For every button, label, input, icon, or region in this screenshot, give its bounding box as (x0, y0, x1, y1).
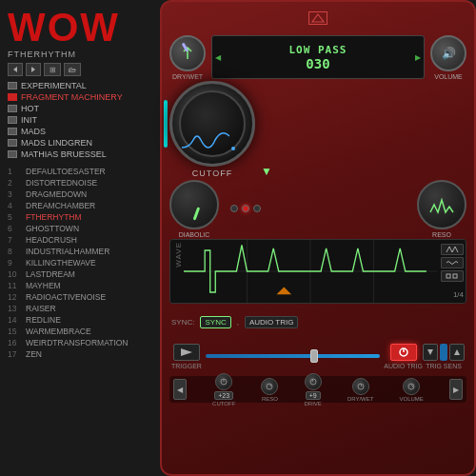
wave-icon-group (441, 244, 464, 282)
category-item-mads-lindgren[interactable]: MADS LINDGREN (8, 137, 160, 149)
trigger-slider-wrap (202, 354, 384, 358)
category-item-init[interactable]: INIT (8, 114, 160, 126)
drywet-knob[interactable] (169, 35, 206, 71)
preset-name: GHOSTTOWN (26, 224, 79, 233)
volume-bottom-label: VOLUME (400, 396, 424, 402)
preset-num: 14 (8, 315, 23, 325)
trig-sens-section: TRIG SENS (423, 344, 465, 369)
wave-icon-btn-1[interactable] (441, 244, 464, 255)
cutoff-bottom-group: +23 CUTOFF (212, 373, 235, 407)
cat-icon (8, 139, 17, 147)
volume-knob[interactable]: 🔊 (430, 35, 466, 71)
lcd-prev-arrow[interactable]: ◀ (215, 53, 221, 62)
svg-marker-0 (13, 67, 17, 72)
preset-item[interactable]: 4DREAMCHAMBER (8, 200, 160, 211)
category-item-mathias[interactable]: MATHIAS BRUESSEL (8, 149, 160, 160)
reso-knob[interactable] (417, 180, 466, 229)
cutoff-value: +23 (214, 391, 233, 400)
lcd-next-arrow[interactable]: ▶ (415, 53, 421, 62)
wave-label: WAVE (174, 242, 183, 268)
preset-num: 12 (8, 292, 23, 302)
preset-item[interactable]: 11MAYHEM (8, 280, 160, 291)
prev-btn[interactable] (8, 63, 23, 76)
cutoff-bottom-knob[interactable] (215, 373, 232, 390)
category-label: HOT (21, 104, 39, 113)
wave-icon-btn-2[interactable] (441, 257, 464, 268)
preset-item[interactable]: 1DEFAULTOESASTER (8, 166, 160, 177)
synth-top (169, 10, 466, 27)
wave-icon-btn-3[interactable] (441, 270, 464, 282)
cat-icon-active (8, 93, 17, 101)
trig-sens-down[interactable] (423, 344, 438, 361)
preset-item[interactable]: 14REDLINE (8, 314, 160, 326)
svg-marker-13 (427, 349, 433, 355)
bottom-prev-btn[interactable]: ◀ (173, 379, 187, 400)
volume-knob-group: 🔊 VOLUME (430, 35, 466, 80)
drywet-bottom-knob[interactable] (352, 378, 369, 395)
preset-item[interactable]: 16WEIRDTRANSFORMATION (8, 337, 160, 348)
preset-item[interactable]: 7HEADCRUSH (8, 234, 160, 246)
preset-item[interactable]: 13RAISER (8, 303, 160, 314)
preset-name: DEFAULTOESASTER (26, 167, 106, 176)
cutoff-knob[interactable] (169, 81, 255, 167)
preset-num: 10 (8, 269, 23, 279)
sync-btn-2[interactable]: AUDIO TRIG (245, 316, 299, 328)
preset-name: INDUSTRIALHAMMER (26, 247, 109, 256)
preset-name: WARMEMBRACE (26, 327, 91, 336)
folder-btn[interactable]: 🗁 (64, 63, 81, 76)
category-item-hot[interactable]: HOT (8, 103, 160, 114)
category-item-experimental[interactable]: EXPERIMENTAL (8, 80, 160, 91)
preset-item[interactable]: 5FTHERHYTHM (8, 211, 160, 223)
trigger-btn[interactable] (173, 344, 200, 361)
trig-sens-up[interactable] (449, 344, 465, 361)
reso-bottom-knob[interactable] (261, 378, 278, 395)
teal-indicator (164, 100, 168, 148)
synth-panel: DRY/WET ◀ ▶ LOW PASS 030 🔊 VOLUME (160, 0, 476, 476)
category-item-fragment[interactable]: FRAGMENT MACHINERY (8, 91, 160, 103)
category-label: EXPERIMENTAL (21, 81, 87, 90)
filter-row: DRY/WET ◀ ▶ LOW PASS 030 🔊 VOLUME (169, 30, 466, 84)
preset-item[interactable]: 17ZEN (8, 348, 160, 360)
preset-num: 6 (8, 224, 23, 233)
category-item-mads[interactable]: MADS (8, 126, 160, 137)
cat-icon (8, 150, 17, 158)
preset-num: 4 (8, 201, 23, 210)
drive-bottom-knob[interactable] (305, 373, 322, 390)
next-btn[interactable] (26, 63, 41, 76)
trigger-slider-thumb[interactable] (310, 349, 318, 363)
preset-name: HEADCRUSH (26, 235, 77, 245)
preset-item[interactable]: 10LASTDREAM (8, 268, 160, 280)
diabolic-knob[interactable] (169, 180, 219, 229)
preset-item[interactable]: 6GHOSTTOWN (8, 223, 160, 234)
preset-item[interactable]: 15WARMEMBRACE (8, 326, 160, 337)
preset-name: FTHERHYTHM (26, 212, 82, 222)
down-arrow-btn[interactable]: ▼ (261, 165, 272, 178)
preset-item[interactable]: 2DISTORTEDNOISE (8, 177, 160, 188)
reso-dot-3[interactable] (253, 205, 261, 212)
reso-row: DIABOLIC RESO (169, 182, 466, 235)
svg-marker-10 (181, 348, 192, 356)
reso-bottom-label: RESO (262, 396, 278, 402)
lcd-arrows: ◀ ▶ (212, 53, 424, 62)
preset-item[interactable]: 8INDUSTRIALHAMMER (8, 246, 160, 257)
preset-item[interactable]: 9KILLINGTHEWAVE (8, 257, 160, 268)
preset-list: 1DEFAULTOESASTER2DISTORTEDNOISE3DRAGMEDO… (8, 166, 160, 476)
volume-bottom-knob[interactable] (403, 378, 420, 395)
preset-num: 13 (8, 304, 23, 313)
grid-btn[interactable]: ⊞ (44, 63, 61, 76)
category-label: MADS LINDGREN (21, 138, 92, 148)
trig-sens-label: TRIG SENS (426, 363, 462, 369)
cutoff-knob-label: CUTOFF (192, 169, 232, 178)
preset-num: 15 (8, 327, 23, 336)
bottom-next-btn[interactable]: ▶ (449, 379, 463, 400)
trigger-slider[interactable] (206, 354, 380, 358)
category-label: FRAGMENT MACHINERY (21, 92, 123, 102)
preset-name: ZEN (26, 349, 42, 359)
preset-item[interactable]: 3DRAGMEDOWN (8, 188, 160, 200)
reso-dot-2[interactable] (242, 205, 249, 212)
reso-dot-1[interactable] (230, 205, 238, 212)
preset-item[interactable]: 12RADIOACTIVENOISE (8, 291, 160, 303)
audio-trig-btn[interactable] (390, 344, 417, 361)
sync-btn-1[interactable]: SYNC (200, 316, 230, 328)
preset-num: 8 (8, 247, 23, 256)
